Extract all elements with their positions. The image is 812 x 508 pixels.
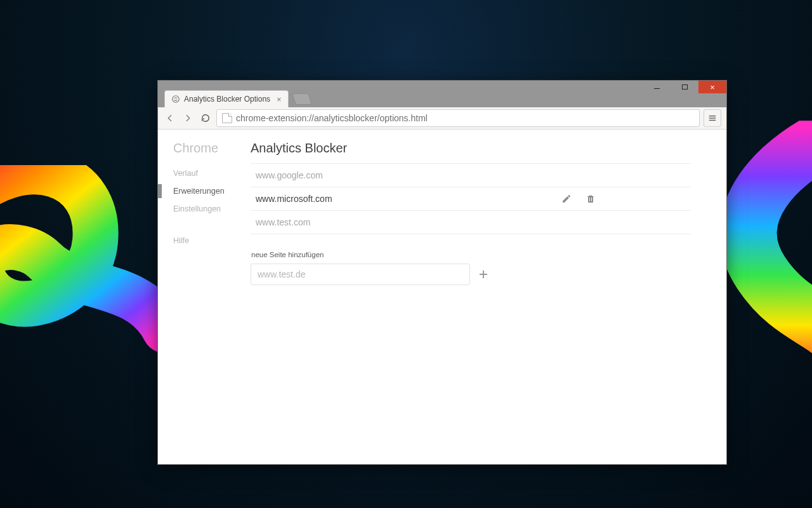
chrome-menu-button[interactable] <box>704 109 721 127</box>
svg-rect-2 <box>709 117 716 118</box>
add-site-section: neue Seite hinzufügen <box>251 251 691 285</box>
blocked-sites-list: www.google.comwww.microsoft.comwww.test.… <box>251 163 691 234</box>
edit-icon[interactable] <box>561 194 572 204</box>
settings-sidebar: Chrome VerlaufErweiterungenEinstellungen… <box>158 130 251 464</box>
browser-tab[interactable]: Analytics Blocker Options × <box>164 90 289 107</box>
tab-close-button[interactable]: × <box>277 95 282 104</box>
window-close-button[interactable]: × <box>698 81 726 93</box>
desktop-background: × Analytics Blocker Options × <box>0 0 812 508</box>
delete-icon[interactable] <box>586 194 596 204</box>
window-titlebar[interactable]: × Analytics Blocker Options × <box>158 81 726 107</box>
svg-rect-1 <box>709 116 716 116</box>
address-bar[interactable]: chrome-extension://analyticsblocker/opti… <box>216 109 700 127</box>
sidebar-item-erweiterungen[interactable]: Erweiterungen <box>158 182 251 200</box>
window-minimize-button[interactable] <box>643 81 671 93</box>
site-domain: www.microsoft.com <box>256 194 561 204</box>
new-tab-button[interactable] <box>292 93 312 105</box>
add-site-input[interactable] <box>251 264 470 285</box>
sidebar-item-help[interactable]: Hilfe <box>158 232 251 250</box>
site-row[interactable]: www.test.com <box>251 211 691 234</box>
svg-rect-3 <box>709 120 716 121</box>
site-domain: www.google.com <box>256 170 561 180</box>
svg-point-0 <box>173 96 180 103</box>
sidebar-title: Chrome <box>158 141 251 164</box>
site-row[interactable]: www.google.com <box>251 164 691 187</box>
add-site-button[interactable] <box>478 269 489 280</box>
main-panel: Analytics Blocker www.google.comwww.micr… <box>251 130 726 464</box>
page-icon <box>222 113 232 123</box>
extension-favicon-icon <box>171 95 180 104</box>
browser-window: × Analytics Blocker Options × <box>157 80 727 465</box>
sidebar-item-einstellungen[interactable]: Einstellungen <box>158 200 251 218</box>
page-content: Chrome VerlaufErweiterungenEinstellungen… <box>158 130 726 464</box>
back-button[interactable] <box>163 111 177 125</box>
window-maximize-button[interactable] <box>671 81 698 93</box>
browser-toolbar: chrome-extension://analyticsblocker/opti… <box>158 107 726 130</box>
tab-title: Analytics Blocker Options <box>184 95 270 104</box>
reload-button[interactable] <box>199 111 213 125</box>
add-site-label: neue Seite hinzufügen <box>251 251 691 258</box>
forward-button[interactable] <box>181 111 195 125</box>
site-row[interactable]: www.microsoft.com <box>251 187 691 211</box>
site-domain: www.test.com <box>256 217 561 227</box>
url-text: chrome-extension://analyticsblocker/opti… <box>236 113 428 123</box>
page-title: Analytics Blocker <box>251 141 691 156</box>
sidebar-item-verlauf[interactable]: Verlauf <box>158 164 251 182</box>
